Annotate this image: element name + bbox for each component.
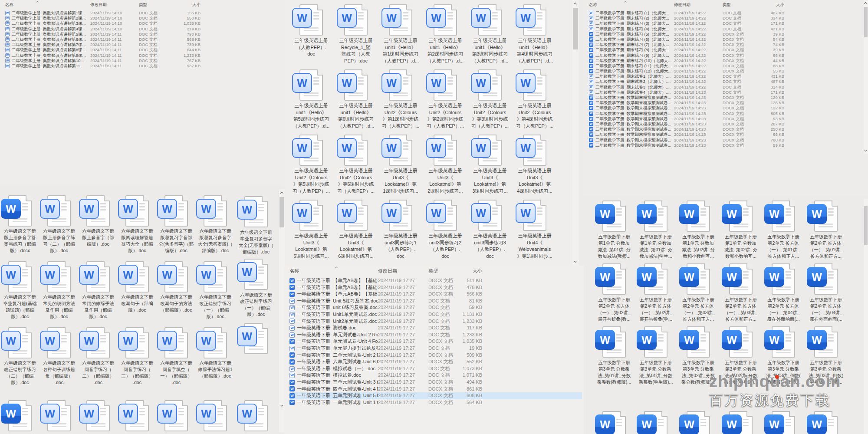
file-row[interactable]: W二年级数学下册 数学期末模拟预测试卷...2024/11/19 14:23DO… — [589, 111, 866, 116]
word-doc-icon: W — [5, 59, 10, 63]
scroll-down-icon[interactable] — [573, 260, 577, 263]
file-type: DOCX 文档 — [723, 116, 760, 122]
file-row[interactable]: W二年级数学下册 数学期末模拟预测试卷...2024/11/19 14:23DO… — [589, 127, 866, 132]
page-text-line — [786, 422, 791, 423]
file-row[interactable]: W一年级英语下册 【单元AB卷】【基础夯...2024/11/19 17:27D… — [289, 284, 582, 291]
file-row[interactable]: W二年级数学下册 数学期末模拟预测试卷...2024/11/19 14:23DO… — [589, 122, 866, 127]
scroll-down-icon[interactable] — [864, 148, 868, 152]
file-name: 二年级数学上册 奥数知识点讲解第1课... — [12, 10, 85, 16]
scrollbar-thumb[interactable] — [573, 8, 578, 49]
file-row[interactable]: W一年级英语下册 测试卷.doc2024/11/19 17:27DOC 文档11… — [289, 325, 582, 332]
file-row[interactable]: W二年级数学上册 奥数知识点讲解第2课...2024/11/19 14:10DO… — [5, 16, 283, 21]
file-row[interactable]: W二年级数学下册 期末练习 (12)（北师大...2024/11/19 14:2… — [589, 69, 866, 74]
file-row[interactable]: W二年级数学下册 期末练习 (9)（北师大...2024/11/19 14:22… — [589, 53, 866, 58]
file-row[interactable]: W二年级数学下册 期末练习 (1)（北师大...2024/11/19 14:22… — [589, 10, 866, 16]
scroll-up-icon[interactable] — [864, 1, 868, 5]
page-text-line — [358, 83, 364, 85]
file-row[interactable]: W二年级数学上册 奥数知识点讲解第1课...2024/11/19 14:10DO… — [5, 10, 283, 16]
file-row[interactable]: W二年级数学下册 期末试卷2（北师大）....2024/11/19 14:22D… — [589, 79, 866, 84]
file-item-label-line: 三年级英语上册 — [509, 102, 561, 109]
page-text-line — [358, 15, 364, 16]
column-header-size[interactable]: 大小 — [176, 2, 201, 8]
word-doc-icon: W — [336, 199, 376, 233]
scrollbar-thumb[interactable] — [864, 206, 868, 245]
scroll-up-icon[interactable] — [573, 2, 577, 6]
page-text-line — [447, 214, 453, 215]
file-row[interactable]: W二年级数学下册 数学期末模拟预测试卷...2024/11/19 14:23DO… — [589, 105, 866, 111]
file-row[interactable]: W二年级数学下册 数学期末模拟预测试卷...2024/11/19 14:23DO… — [589, 116, 866, 122]
file-row[interactable]: W一年级英语下册 单元测试卷-Unit 4 Foo...2024/11/19 1… — [289, 338, 582, 345]
column-header-date[interactable]: 修改日期 — [90, 2, 139, 8]
file-row[interactable]: W二年级数学下册 期末练习 (7)（北师大...2024/11/19 14:22… — [589, 42, 866, 47]
file-row[interactable]: W二年级数学下册 期末练习 (10)（北师大...2024/11/19 14:2… — [589, 58, 866, 63]
file-date: 2024/11/19 17:27 — [378, 277, 428, 284]
file-row[interactable]: W二年级数学下册 期末试卷3（北师大）....2024/11/19 14:22D… — [589, 85, 866, 90]
word-badge: W — [1, 331, 21, 351]
column-header-name[interactable]: 名称 — [5, 2, 90, 8]
file-row[interactable]: W一年级英语下册 【单元AB卷】【基础夯...2024/11/19 17:27D… — [289, 291, 582, 298]
file-size: 566 KB — [461, 291, 482, 298]
file-row[interactable]: W二年级数学下册 期末练习 (8)（北师大...2024/11/19 14:22… — [589, 47, 866, 53]
file-row[interactable]: W二年级数学上册 奥数知识点讲解第7课...2024/11/19 14:11DO… — [5, 42, 283, 47]
file-row[interactable]: W二年级数学下册 期末练习 (3)（北师大...2024/11/19 14:22… — [589, 21, 866, 26]
scrollbar-thumb[interactable] — [864, 7, 868, 37]
file-type: DOCX 文档 — [723, 105, 760, 111]
file-row[interactable]: W一年级英语下册 Unit1单元测试卷.doc2024/11/19 17:27D… — [289, 311, 582, 318]
file-row[interactable]: W二年级数学下册 期末试卷4（北师大）....2024/11/19 14:23D… — [589, 90, 866, 95]
file-row[interactable]: W二年级数学下册 期末练习 (5)（北师大...2024/11/19 14:22… — [589, 32, 866, 37]
column-header-type[interactable]: 类型 — [139, 2, 176, 8]
file-size: 66 KB — [760, 53, 784, 58]
page-text-line — [61, 338, 67, 339]
file-row[interactable]: W一年级英语下册 模拟试卷（一）.doc2024/11/19 17:27DOC … — [289, 365, 582, 372]
column-header-size[interactable]: 大小 — [461, 268, 482, 274]
file-row[interactable]: W二年级数学下册 期末试卷1（北师大）....2024/11/19 14:22D… — [589, 74, 866, 79]
file-type: DOCX 文档 — [723, 69, 760, 74]
file-row[interactable]: W一年级英语下册 三单元测试卷-Unit 3 t...2024/11/19 17… — [289, 379, 582, 386]
scroll-up-icon[interactable] — [280, 191, 284, 195]
file-row[interactable]: W二年级数学下册 数学期末模拟预测试卷...2024/11/19 14:23DO… — [589, 132, 866, 137]
file-row[interactable]: W二年级数学下册 期末练习 (6)（北师大...2024/11/19 14:22… — [589, 37, 866, 42]
file-row[interactable]: W二年级数学下册 数学期末模拟预测试卷...2024/11/19 14:23DO… — [589, 138, 866, 143]
file-row[interactable]: W一年级英语下册 Unit2单元测试卷.doc2024/11/19 17:27D… — [289, 318, 582, 325]
file-row[interactable]: W二年级数学下册 期末练习 (2)（北师大...2024/11/19 14:22… — [589, 16, 866, 21]
file-row[interactable]: W二年级数学下册 期末练习 (11)（北师大...2024/11/19 14:2… — [589, 63, 866, 69]
file-row[interactable]: W二年级数学上册 奥数知识点讲解第5课...2024/11/19 14:11DO… — [5, 32, 283, 37]
word-badge: W — [157, 404, 177, 424]
file-row[interactable]: W一年级英语下册 五单元测试卷-Unit 5 D...2024/11/19 17… — [289, 392, 582, 399]
column-header-type[interactable]: 类型 — [428, 268, 461, 274]
column-header-date[interactable]: 修改日期 — [378, 268, 428, 274]
file-row[interactable]: W一年级英语下册 【单元AB卷】【基础夯...2024/11/19 17:27D… — [289, 277, 582, 284]
file-row[interactable]: W二年级数学上册 奥数知识点讲解第3课...2024/11/19 14:10DO… — [5, 21, 283, 26]
file-row[interactable]: W二年级数学上册 奥数知识点讲解第10...2024/11/19 14:11DO… — [5, 58, 283, 63]
file-row[interactable]: W二年级数学下册 数学期末模拟预测试卷...2024/11/19 14:23DO… — [589, 95, 866, 100]
column-header-size[interactable]: 大小 — [760, 2, 784, 8]
file-row[interactable]: W二年级数学上册 奥数知识点讲解第6课...2024/11/19 14:11DO… — [5, 37, 283, 42]
file-row[interactable]: W二年级数学下册 期末练习 (4)（北师大...2024/11/19 14:22… — [589, 26, 866, 32]
scrollbar-thumb[interactable] — [279, 197, 284, 227]
file-row[interactable]: W一年级英语下册 单元能力提升试题及答...2024/11/19 17:27DO… — [289, 345, 582, 352]
file-row[interactable]: W一年级英语下册 四单元测试卷-Unit 4 F...2024/11/19 17… — [289, 386, 582, 393]
file-row[interactable]: W一年级英语下册 unit 6练习及答案.doc2024/11/19 17:27… — [289, 304, 582, 311]
column-header-type[interactable]: 类型 — [723, 2, 760, 8]
word-doc-icon: W — [156, 399, 196, 433]
file-row[interactable]: W一年级英语下册 六单元测试卷-Unit 6 C...2024/11/19 17… — [289, 358, 582, 365]
file-row[interactable]: W二年级数学上册 奥数知识点讲解第8课...2024/11/19 14:11DO… — [5, 47, 283, 53]
file-row[interactable]: W二年级数学上册 奥数知识点讲解第11...2024/11/19 14:11DO… — [5, 63, 283, 69]
page-text-line — [819, 352, 833, 353]
file-row[interactable]: W二年级数学上册 奥数知识点讲解第4课...2024/11/19 14:10DO… — [5, 26, 283, 32]
scroll-down-icon[interactable] — [280, 404, 284, 408]
column-header-name[interactable]: 名称 — [589, 2, 674, 8]
column-header-name[interactable]: 名称 — [289, 268, 378, 274]
column-header-date[interactable]: 修改日期 — [674, 2, 723, 8]
file-row[interactable]: W一年级英语下册 一单元测试卷-Unit 1 C...2024/11/19 17… — [289, 399, 582, 406]
file-item-label: 三年级英语上册Unit2《Colours》第4课时同步练习（人教PEP）... — [509, 102, 561, 129]
page-text-line — [22, 411, 28, 412]
file-row[interactable]: W一年级英语下册 Unit 5练习及答案.doc2024/11/19 17:27… — [289, 298, 582, 305]
file-row[interactable]: W一年级英语下册 二单元测试卷-Unit 2 R...2024/11/19 17… — [289, 352, 582, 359]
file-row[interactable]: W一年级英语下册 模拟试卷.doc2024/11/19 17:27DOC 文档1… — [289, 372, 582, 379]
file-row[interactable]: W二年级数学下册 数学期末模拟预测试卷...2024/11/19 14:23DO… — [589, 143, 866, 148]
file-row[interactable]: W二年级数学下册 数学期末模拟预测试卷...2024/11/19 14:23DO… — [589, 100, 866, 105]
page-fold-corner — [661, 411, 667, 417]
file-row[interactable]: W一年级英语下册 单元测试卷-Unit 2 Ro...2024/11/19 17… — [289, 332, 582, 339]
file-row[interactable]: W二年级数学上册 奥数知识点讲解第9课...2024/11/19 14:11DO… — [5, 53, 283, 58]
